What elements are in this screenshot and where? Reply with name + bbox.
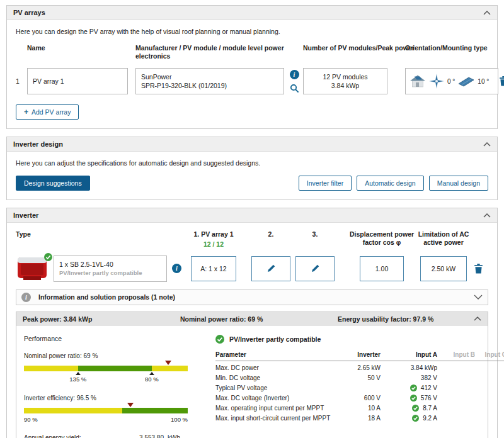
pencil-icon <box>267 264 275 272</box>
input-a-assignment-box[interactable]: A: 1 x 12 <box>191 256 236 281</box>
column-header-3: 3. <box>295 230 335 239</box>
compat-param: Typical PV voltage <box>215 385 339 391</box>
row-index: 1 <box>16 77 27 85</box>
inverter-design-description: Here you can adjust the specifications f… <box>16 159 488 167</box>
azimuth-value: 0 ° <box>447 78 455 85</box>
check-circle-icon <box>410 385 417 391</box>
compat-param: Max. operating input current per MPPT <box>215 405 339 412</box>
gauge-tick-label: 80 % <box>145 376 159 383</box>
compat-param: Min. DC voltage <box>215 374 339 381</box>
pv-array-row: 1 PV array 1 SunPower SPR-P19-320-BLK (0… <box>16 68 488 94</box>
gauge-tick <box>76 372 81 375</box>
pv-module-model: SPR-P19-320-BLK (01/2019) <box>141 82 278 90</box>
inverter-design-title: Inverter design <box>13 140 63 148</box>
input-2-edit-box[interactable] <box>251 256 290 281</box>
compat-input-a-value: 382 V <box>421 374 437 381</box>
pv-arrays-panel: PV arrays Here you can design the PV arr… <box>6 5 498 129</box>
compat-col-inverter: Inverter <box>339 351 381 361</box>
pv-module-manufacturer: SunPower <box>141 73 278 81</box>
pv-arrays-body: Here you can design the PV array with th… <box>7 20 497 128</box>
nominal-ratio-gauge <box>24 366 188 371</box>
column-header-modules: Number of PV modules/Peak power <box>303 44 387 52</box>
module-count-box[interactable]: 12 PV modules 3.84 kWp <box>303 68 387 94</box>
pv-array-name-input[interactable]: PV array 1 <box>27 68 128 94</box>
inverter-device-image <box>16 256 49 282</box>
performance-stats: Annual energy yield: 3,553.80 kWh Spec. … <box>24 433 199 438</box>
page: PV arrays Here you can design the PV arr… <box>0 0 504 438</box>
inverter-compat-status: PV/Inverter partly compatible <box>59 269 161 276</box>
check-circle-icon <box>412 405 419 412</box>
compat-param: Max. DC voltage (Inverter) <box>215 395 339 402</box>
gauge-tick <box>149 372 154 375</box>
inverter-filter-button[interactable]: Inverter filter <box>299 176 352 191</box>
add-pv-array-button[interactable]: + Add PV array <box>16 104 79 120</box>
check-circle-icon <box>410 395 417 402</box>
compat-col-input-c: Input C <box>475 351 504 361</box>
azimuth-compass-icon[interactable] <box>429 74 444 89</box>
compatibility-section: PV/Inverter partly compatible Parameter … <box>215 335 504 438</box>
inverter-model: 1 x SB 2.5-1VL-40 <box>59 261 161 268</box>
column-header-name: Name <box>27 44 128 52</box>
inverter-type-box[interactable]: 1 x SB 2.5-1VL-40 PV/Inverter partly com… <box>54 256 167 282</box>
peak-power: 3.84 kWp <box>331 82 359 89</box>
compat-input-a-value: 576 V <box>421 395 437 402</box>
manual-design-button[interactable]: Manual design <box>429 176 488 191</box>
compat-col-input-a: Input A <box>381 351 437 361</box>
gauge-tick-label: 100 % <box>171 416 188 423</box>
nominal-ratio-label: Nominal power ratio: 69 % <box>24 352 199 359</box>
inverter-title: Inverter <box>13 211 38 219</box>
check-circle-icon <box>412 415 419 422</box>
detail-summary-bar[interactable]: Peak power: 3.84 kWp Nominal power ratio… <box>16 312 488 326</box>
inverter-panel: Inverter Type 1. PV array 1 12 / 12 2. 3… <box>6 208 498 438</box>
inverter-header-row: Type 1. PV array 1 12 / 12 2. 3. Displac… <box>16 230 488 249</box>
collapse-chevron-up-icon[interactable] <box>483 142 491 147</box>
gauge-tick-label: 90 % <box>24 416 38 423</box>
collapse-chevron-up-icon[interactable] <box>474 317 481 321</box>
inverter-design-body: Here you can adjust the specifications f… <box>7 152 497 199</box>
collapse-chevron-up-icon[interactable] <box>483 213 491 218</box>
compatibility-header: PV/Inverter partly compatible <box>215 335 504 344</box>
inverter-design-panel-header[interactable]: Inverter design <box>7 137 497 152</box>
delete-pv-array-button[interactable] <box>498 75 504 87</box>
plus-icon: + <box>24 108 28 116</box>
pv-arrays-title: PV arrays <box>13 9 45 16</box>
gauge-tick-label: 135 % <box>69 376 86 383</box>
compat-inverter-value: 10 A <box>339 405 381 412</box>
column-header-2: 2. <box>251 230 290 239</box>
nominal-ratio-summary: Nominal power ratio: 69 % <box>180 315 338 323</box>
detail-body: Performance Nominal power ratio: 69 % 13… <box>16 326 488 438</box>
information-proposals-bar[interactable]: i Information and solution proposals (1 … <box>16 289 488 305</box>
cos-phi-input[interactable]: 1.00 <box>360 256 404 281</box>
column-header-cos-phi: Displacement power factor cos φ <box>346 230 418 247</box>
compatibility-title: PV/Inverter partly compatible <box>229 335 321 343</box>
roof-house-icon[interactable] <box>410 74 426 89</box>
expand-chevron-down-icon[interactable] <box>474 295 483 300</box>
column-header-ac-limit: Limitation of AC active power <box>411 230 476 247</box>
column-header-manufacturer: Manufacturer / PV module / module level … <box>135 44 284 60</box>
collapse-chevron-up-icon[interactable] <box>483 11 491 15</box>
module-search-icon[interactable] <box>290 84 299 93</box>
column-header-pv-array-1: 1. PV array 1 12 / 12 <box>191 230 236 249</box>
compat-inverter-value: 18 A <box>339 415 381 422</box>
module-info-icon[interactable]: i <box>290 70 299 79</box>
pv-arrays-description: Here you can design the PV array with th… <box>16 28 488 35</box>
pv-module-selector[interactable]: SunPower SPR-P19-320-BLK (01/2019) <box>135 68 284 94</box>
tilt-value: 10 ° <box>478 78 489 85</box>
note-bar-label: Information and solution proposals (1 no… <box>38 293 175 301</box>
design-suggestions-button[interactable]: Design suggestions <box>16 176 90 191</box>
compat-inverter-value: 600 V <box>339 395 381 402</box>
energy-usability-summary: Energy usability factor: 97.9 % <box>338 315 474 323</box>
tilt-panel-icon[interactable] <box>458 76 474 87</box>
automatic-design-button[interactable]: Automatic design <box>357 176 424 191</box>
ac-limit-input[interactable]: 2.50 kW <box>420 256 467 281</box>
compatibility-check-icon <box>44 252 52 264</box>
compat-input-a-value: 3.84 kWp <box>411 364 437 371</box>
orientation-mounting-box[interactable]: 0 ° 10 ° <box>405 68 498 94</box>
pv-arrays-panel-header[interactable]: PV arrays <box>7 6 497 20</box>
inverter-panel-header[interactable]: Inverter <box>7 208 497 223</box>
inverter-info-icon[interactable]: i <box>172 264 181 273</box>
input-3-edit-box[interactable] <box>295 256 335 281</box>
peak-power-summary: Peak power: 3.84 kWp <box>23 315 180 323</box>
compatibility-table: Parameter Inverter Input A Input B Input… <box>215 351 504 422</box>
delete-inverter-button[interactable] <box>473 262 488 275</box>
